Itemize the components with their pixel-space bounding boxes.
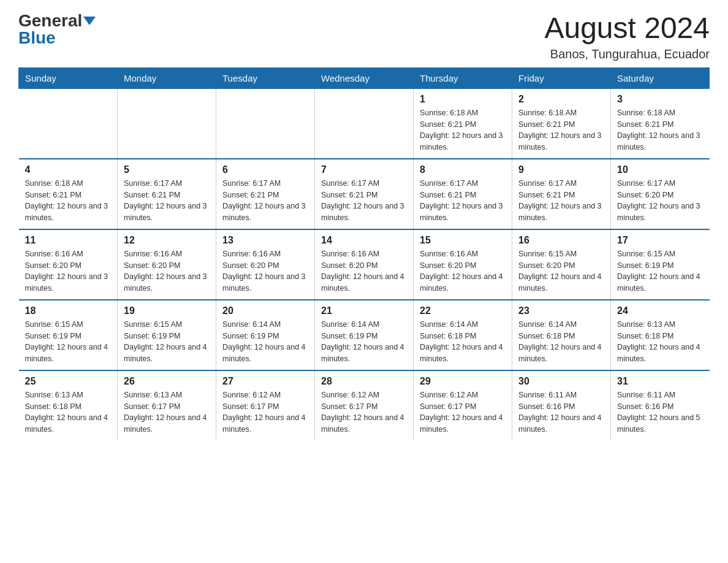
day-cell: 1Sunrise: 6:18 AMSunset: 6:21 PMDaylight… (414, 88, 512, 159)
day-number: 20 (222, 305, 308, 316)
day-number: 3 (617, 94, 703, 105)
day-cell: 7Sunrise: 6:17 AMSunset: 6:21 PMDaylight… (315, 159, 414, 229)
day-info: Sunrise: 6:11 AMSunset: 6:16 PMDaylight:… (617, 389, 703, 435)
day-cell (19, 88, 118, 159)
day-cell: 9Sunrise: 6:17 AMSunset: 6:21 PMDaylight… (512, 159, 611, 229)
header-thursday: Thursday (414, 67, 512, 88)
day-number: 23 (518, 305, 604, 316)
week-row-2: 4Sunrise: 6:18 AMSunset: 6:21 PMDaylight… (19, 159, 710, 229)
day-number: 17 (617, 235, 703, 246)
header-friday: Friday (512, 67, 611, 88)
day-info: Sunrise: 6:17 AMSunset: 6:21 PMDaylight:… (321, 178, 407, 224)
logo-triangle-icon (83, 17, 96, 25)
day-number: 14 (321, 235, 407, 246)
header-sunday: Sunday (19, 67, 118, 88)
week-row-5: 25Sunrise: 6:13 AMSunset: 6:18 PMDayligh… (19, 370, 710, 440)
day-info: Sunrise: 6:15 AMSunset: 6:19 PMDaylight:… (124, 319, 210, 365)
day-cell: 28Sunrise: 6:12 AMSunset: 6:17 PMDayligh… (315, 370, 414, 440)
day-info: Sunrise: 6:15 AMSunset: 6:20 PMDaylight:… (518, 248, 604, 294)
day-cell: 21Sunrise: 6:14 AMSunset: 6:19 PMDayligh… (315, 300, 414, 370)
day-info: Sunrise: 6:15 AMSunset: 6:19 PMDaylight:… (617, 248, 703, 294)
day-cell (216, 88, 315, 159)
day-number: 19 (124, 305, 210, 316)
day-cell: 30Sunrise: 6:11 AMSunset: 6:16 PMDayligh… (512, 370, 611, 440)
day-info: Sunrise: 6:18 AMSunset: 6:21 PMDaylight:… (518, 107, 604, 153)
day-number: 12 (124, 235, 210, 246)
day-number: 16 (518, 235, 604, 246)
day-number: 10 (617, 164, 703, 175)
week-row-4: 18Sunrise: 6:15 AMSunset: 6:19 PMDayligh… (19, 300, 710, 370)
day-number: 27 (222, 376, 308, 387)
day-info: Sunrise: 6:13 AMSunset: 6:17 PMDaylight:… (124, 389, 210, 435)
title-section: August 2024 Banos, Tungurahua, Ecuador (544, 12, 710, 61)
day-cell: 13Sunrise: 6:16 AMSunset: 6:20 PMDayligh… (216, 229, 315, 300)
day-info: Sunrise: 6:17 AMSunset: 6:21 PMDaylight:… (222, 178, 308, 224)
day-number: 26 (124, 376, 210, 387)
day-info: Sunrise: 6:17 AMSunset: 6:21 PMDaylight:… (518, 178, 604, 224)
day-cell: 5Sunrise: 6:17 AMSunset: 6:21 PMDaylight… (118, 159, 216, 229)
day-info: Sunrise: 6:15 AMSunset: 6:19 PMDaylight:… (25, 319, 112, 365)
day-number: 24 (617, 305, 703, 316)
header-tuesday: Tuesday (216, 67, 315, 88)
day-cell: 15Sunrise: 6:16 AMSunset: 6:20 PMDayligh… (414, 229, 512, 300)
day-number: 11 (25, 235, 112, 246)
day-info: Sunrise: 6:16 AMSunset: 6:20 PMDaylight:… (222, 248, 308, 294)
day-number: 9 (518, 164, 604, 175)
week-row-3: 11Sunrise: 6:16 AMSunset: 6:20 PMDayligh… (19, 229, 710, 300)
day-cell: 4Sunrise: 6:18 AMSunset: 6:21 PMDaylight… (19, 159, 118, 229)
page-header: General Blue August 2024 Banos, Tungurah… (18, 12, 710, 61)
day-cell: 8Sunrise: 6:17 AMSunset: 6:21 PMDaylight… (414, 159, 512, 229)
day-number: 25 (25, 376, 112, 387)
day-cell: 29Sunrise: 6:12 AMSunset: 6:17 PMDayligh… (414, 370, 512, 440)
day-cell (315, 88, 414, 159)
day-cell: 6Sunrise: 6:17 AMSunset: 6:21 PMDaylight… (216, 159, 315, 229)
day-info: Sunrise: 6:12 AMSunset: 6:17 PMDaylight:… (420, 389, 506, 435)
day-number: 5 (124, 164, 210, 175)
day-cell: 12Sunrise: 6:16 AMSunset: 6:20 PMDayligh… (118, 229, 216, 300)
day-number: 29 (420, 376, 506, 387)
header-saturday: Saturday (611, 67, 710, 88)
logo-general-text: General (18, 12, 82, 29)
day-cell: 11Sunrise: 6:16 AMSunset: 6:20 PMDayligh… (19, 229, 118, 300)
day-info: Sunrise: 6:14 AMSunset: 6:19 PMDaylight:… (321, 319, 407, 365)
day-info: Sunrise: 6:14 AMSunset: 6:18 PMDaylight:… (518, 319, 604, 365)
day-number: 2 (518, 94, 604, 105)
day-cell: 2Sunrise: 6:18 AMSunset: 6:21 PMDaylight… (512, 88, 611, 159)
day-cell: 24Sunrise: 6:13 AMSunset: 6:18 PMDayligh… (611, 300, 710, 370)
day-cell: 26Sunrise: 6:13 AMSunset: 6:17 PMDayligh… (118, 370, 216, 440)
day-cell: 10Sunrise: 6:17 AMSunset: 6:20 PMDayligh… (611, 159, 710, 229)
day-number: 4 (25, 164, 112, 175)
day-cell: 17Sunrise: 6:15 AMSunset: 6:19 PMDayligh… (611, 229, 710, 300)
day-cell: 3Sunrise: 6:18 AMSunset: 6:21 PMDaylight… (611, 88, 710, 159)
day-number: 30 (518, 376, 604, 387)
logo-blue-text: Blue (18, 29, 56, 47)
day-cell: 20Sunrise: 6:14 AMSunset: 6:19 PMDayligh… (216, 300, 315, 370)
day-cell: 31Sunrise: 6:11 AMSunset: 6:16 PMDayligh… (611, 370, 710, 440)
day-info: Sunrise: 6:18 AMSunset: 6:21 PMDaylight:… (617, 107, 703, 153)
day-cell: 22Sunrise: 6:14 AMSunset: 6:18 PMDayligh… (414, 300, 512, 370)
day-cell (118, 88, 216, 159)
day-cell: 14Sunrise: 6:16 AMSunset: 6:20 PMDayligh… (315, 229, 414, 300)
day-cell: 27Sunrise: 6:12 AMSunset: 6:17 PMDayligh… (216, 370, 315, 440)
day-number: 31 (617, 376, 703, 387)
day-info: Sunrise: 6:12 AMSunset: 6:17 PMDaylight:… (321, 389, 407, 435)
day-number: 6 (222, 164, 308, 175)
day-cell: 25Sunrise: 6:13 AMSunset: 6:18 PMDayligh… (19, 370, 118, 440)
day-number: 22 (420, 305, 506, 316)
day-info: Sunrise: 6:16 AMSunset: 6:20 PMDaylight:… (25, 248, 112, 294)
day-number: 15 (420, 235, 506, 246)
day-info: Sunrise: 6:11 AMSunset: 6:16 PMDaylight:… (518, 389, 604, 435)
day-info: Sunrise: 6:16 AMSunset: 6:20 PMDaylight:… (420, 248, 506, 294)
logo: General Blue (18, 12, 96, 47)
day-cell: 18Sunrise: 6:15 AMSunset: 6:19 PMDayligh… (19, 300, 118, 370)
day-number: 21 (321, 305, 407, 316)
header-monday: Monday (118, 67, 216, 88)
day-info: Sunrise: 6:16 AMSunset: 6:20 PMDaylight:… (124, 248, 210, 294)
header-wednesday: Wednesday (315, 67, 414, 88)
day-number: 13 (222, 235, 308, 246)
day-info: Sunrise: 6:17 AMSunset: 6:20 PMDaylight:… (617, 178, 703, 224)
day-cell: 23Sunrise: 6:14 AMSunset: 6:18 PMDayligh… (512, 300, 611, 370)
day-cell: 19Sunrise: 6:15 AMSunset: 6:19 PMDayligh… (118, 300, 216, 370)
day-info: Sunrise: 6:17 AMSunset: 6:21 PMDaylight:… (124, 178, 210, 224)
day-info: Sunrise: 6:14 AMSunset: 6:19 PMDaylight:… (222, 319, 308, 365)
